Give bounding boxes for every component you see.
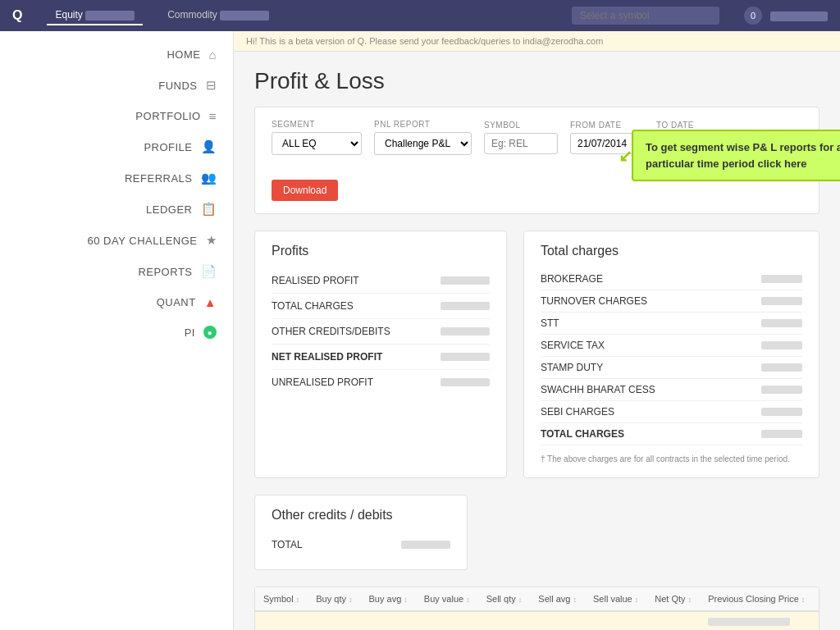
ledger-label: LEDGER [146, 203, 192, 216]
pnl-select[interactable]: Challenge P&L [374, 132, 472, 155]
trades-table: Symbol ↕ Buy qty ↕ Buy avg ↕ Buy value ↕… [255, 587, 819, 630]
other-credits-title: Other credits / debits [272, 508, 450, 523]
stt-label: STT [541, 317, 559, 329]
profile-label: PROFILE [144, 141, 192, 153]
row-net-qty [646, 611, 700, 630]
stt-row: STT [541, 313, 802, 335]
row-sell-qty [478, 611, 531, 630]
service-tax-value [761, 341, 802, 349]
th-sell-value[interactable]: Sell value ↕ [585, 587, 646, 611]
brokerage-value [761, 275, 802, 283]
quant-icon: ▲ [204, 295, 217, 309]
th-buy-qty[interactable]: Buy qty ↕ [308, 587, 360, 611]
sidebar-item-portfolio[interactable]: PORTFOLIO ≡ [0, 101, 233, 131]
portfolio-label: PORTFOLIO [135, 110, 200, 122]
tooltip-arrow: ↙ [619, 144, 632, 168]
row-sell-avg [530, 611, 585, 630]
sidebar-item-quant[interactable]: QUANT ▲ [0, 287, 233, 317]
stamp-duty-label: STAMP DUTY [541, 362, 603, 373]
other-credits-label: OTHER CREDITS/DEBITS [272, 326, 390, 337]
sidebar-item-funds[interactable]: FUNDS ⊟ [0, 70, 233, 101]
segment-select[interactable]: ALL EQ [272, 132, 362, 155]
sidebar-item-pi[interactable]: PI ● [0, 317, 233, 347]
row-buy-avg [361, 611, 416, 630]
sidebar-item-60day[interactable]: 60 DAY CHALLENGE ★ [0, 225, 233, 256]
profits-title: Profits [272, 244, 490, 258]
total-charges-card: Total charges BROKERAGE TURNOVER CHARGES… [523, 231, 819, 478]
notification-badge[interactable]: 0 [744, 7, 762, 25]
referrals-icon: 👥 [201, 171, 217, 185]
home-icon: ⌂ [208, 48, 217, 62]
th-sell-qty[interactable]: Sell qty ↕ [478, 587, 531, 611]
other-total-row: TOTAL [272, 532, 450, 557]
sidebar-item-referrals[interactable]: REFERRALS 👥 [0, 162, 233, 194]
ledger-icon: 📋 [201, 202, 217, 217]
tab-commodity[interactable]: Commodity [159, 6, 277, 25]
quant-label: QUANT [157, 296, 196, 308]
sidebar-item-ledger[interactable]: LEDGER 📋 [0, 194, 233, 225]
other-credits-card: Other credits / debits TOTAL [254, 495, 468, 570]
realised-profit-label: REALISED PROFIT [272, 275, 359, 286]
beta-bar: Hi! This is a beta version of Q. Please … [234, 31, 840, 52]
logo: Q [12, 8, 22, 23]
brokerage-row: BROKERAGE [541, 268, 802, 290]
row-buy-qty [308, 611, 360, 630]
user-menu[interactable] [770, 10, 828, 21]
charges-note: † The above charges are for all contract… [541, 454, 802, 465]
row-buy-value [416, 611, 478, 630]
other-total-label: TOTAL [272, 539, 303, 550]
unrealised-profit-row: UNREALISED PROFIT [272, 370, 490, 395]
summary-section: Profits REALISED PROFIT TOTAL CHARGES OT… [254, 231, 819, 478]
header-area: Profit & Loss ↙ To get segment wise P& L… [254, 68, 819, 94]
top-nav: Q Equity Commodity 0 [0, 0, 840, 31]
swachh-value [761, 386, 802, 394]
sidebar-item-reports[interactable]: REPORTS 📄 [0, 256, 233, 287]
funds-icon: ⊟ [206, 78, 217, 93]
net-realised-label: NET REALISED PROFIT [272, 351, 382, 363]
commodity-value [220, 11, 269, 21]
sidebar-item-home[interactable]: HOME ⌂ [0, 39, 233, 70]
tooltip-box: ↙ To get segment wise P& L reports for a… [632, 130, 840, 181]
total-charges-title: Total charges [541, 244, 802, 258]
sebi-value [761, 408, 802, 416]
th-prev-closing[interactable]: Previous Closing Price ↕ [700, 587, 813, 611]
tab-equity[interactable]: Equity [47, 6, 143, 25]
referrals-label: REFERRALS [125, 172, 193, 185]
tooltip-text: To get segment wise P& L reports for a p… [646, 141, 840, 170]
turnover-value [761, 297, 802, 305]
segment-label: SEGMENT [272, 120, 362, 129]
segment-group: SEGMENT ALL EQ [272, 120, 362, 155]
equity-value [85, 11, 135, 21]
pnl-label: PNL REPORT [374, 120, 472, 129]
th-realized-profit[interactable]: Realized profit ↕ [813, 587, 819, 611]
row-prev-closing [700, 611, 813, 630]
symbol-input[interactable] [484, 133, 558, 154]
unrealised-profit-label: UNREALISED PROFIT [272, 377, 373, 388]
th-buy-avg[interactable]: Buy avg ↕ [361, 587, 416, 611]
symbol-search[interactable] [572, 7, 719, 25]
unrealised-profit-value [441, 378, 490, 386]
sebi-row: SEBI CHARGES [541, 401, 802, 423]
sidebar-item-profile[interactable]: PROFILE 👤 [0, 131, 233, 162]
th-symbol[interactable]: Symbol ↕ [255, 587, 308, 611]
th-sell-avg[interactable]: Sell avg ↕ [530, 587, 585, 611]
from-date-label: FROM DATE [570, 121, 644, 130]
reports-icon: 📄 [201, 264, 217, 279]
brokerage-label: BROKERAGE [541, 273, 603, 285]
download-button[interactable]: Download [272, 180, 338, 201]
swachh-row: SWACHH BHARAT CESS [541, 379, 802, 401]
sidebar: HOME ⌂ FUNDS ⊟ PORTFOLIO ≡ PROFILE 👤 REF… [0, 31, 234, 630]
pi-badge: ● [203, 326, 217, 339]
th-buy-value[interactable]: Buy value ↕ [416, 587, 478, 611]
symbol-label: SYMBOL [484, 121, 558, 130]
total-charges-value [441, 302, 490, 310]
sebi-label: SEBI CHARGES [541, 406, 614, 418]
to-date-label: TO DATE [656, 121, 730, 130]
total-charges-sum-label: TOTAL CHARGES [541, 428, 624, 440]
60day-icon: ★ [206, 233, 217, 248]
net-realised-value [441, 353, 490, 361]
turnover-label: TURNOVER CHARGES [541, 295, 647, 307]
th-net-qty[interactable]: Net Qty ↕ [646, 587, 700, 611]
total-charges-row: TOTAL CHARGES [272, 294, 490, 319]
trades-table-section: Symbol ↕ Buy qty ↕ Buy avg ↕ Buy value ↕… [254, 587, 819, 630]
